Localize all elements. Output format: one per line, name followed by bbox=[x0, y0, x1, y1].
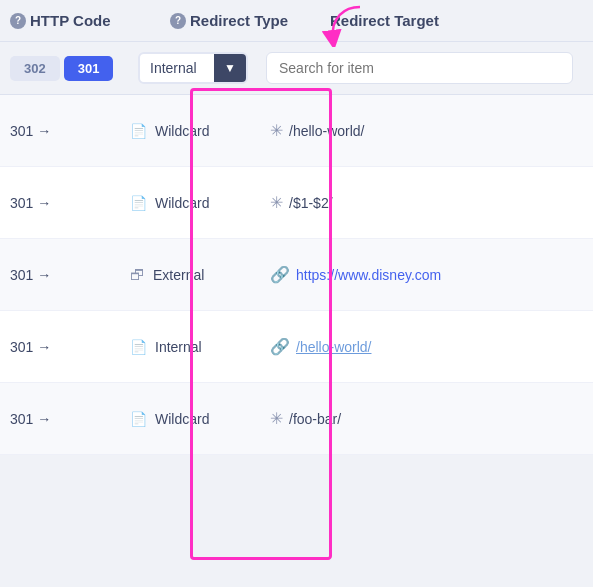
http-code-cell: 301→ bbox=[10, 411, 130, 427]
wildcard-target-icon: ✳ bbox=[270, 409, 283, 428]
filter-row: 302 301 Internal ▼ bbox=[0, 42, 593, 95]
target-url: /foo-bar/ bbox=[289, 411, 341, 427]
redirect-target-cell: ✳/foo-bar/ bbox=[270, 409, 573, 428]
http-code-value: 301 bbox=[10, 195, 33, 211]
external-icon: 🗗 bbox=[130, 266, 145, 283]
http-code-value: 301 bbox=[10, 339, 33, 355]
redirect-arrow-icon: → bbox=[37, 267, 51, 283]
table-row: 301→📄Internal🔗/hello-world/ bbox=[0, 311, 593, 383]
http-code-cell: 301→ bbox=[10, 195, 130, 211]
redirect-type-value: External bbox=[153, 267, 204, 283]
redirect-type-value: Internal bbox=[155, 339, 202, 355]
http-code-help-icon[interactable]: ? bbox=[10, 13, 26, 29]
redirect-type-cell: 🗗External bbox=[130, 266, 270, 283]
redirect-target-cell: ✳/hello-world/ bbox=[270, 121, 573, 140]
redirect-target-cell: 🔗/hello-world/ bbox=[270, 337, 573, 356]
redirect-type-value: Wildcard bbox=[155, 411, 209, 427]
btn-301[interactable]: 301 bbox=[64, 56, 114, 81]
target-url: /$1-$2/ bbox=[289, 195, 333, 211]
table-row: 301→📄Wildcard✳/foo-bar/ bbox=[0, 383, 593, 455]
doc-icon: 📄 bbox=[130, 339, 147, 355]
redirect-target-header: Redirect Target bbox=[330, 12, 573, 29]
external-target-icon: 🔗 bbox=[270, 265, 290, 284]
dropdown-button[interactable]: Internal ▼ bbox=[138, 52, 248, 84]
redirect-type-value: Wildcard bbox=[155, 195, 209, 211]
target-url[interactable]: https://www.disney.com bbox=[296, 267, 441, 283]
redirect-type-help-icon[interactable]: ? bbox=[170, 13, 186, 29]
table-row: 301→📄Wildcard✳/hello-world/ bbox=[0, 95, 593, 167]
redirect-type-cell: 📄Wildcard bbox=[130, 195, 270, 211]
target-url: /hello-world/ bbox=[289, 123, 364, 139]
doc-icon: 📄 bbox=[130, 411, 147, 427]
wildcard-target-icon: ✳ bbox=[270, 121, 283, 140]
redirect-type-value: Wildcard bbox=[155, 123, 209, 139]
redirect-arrow-icon: → bbox=[37, 123, 51, 139]
http-code-header: ? HTTP Code bbox=[10, 12, 170, 29]
redirect-target-cell: 🔗https://www.disney.com bbox=[270, 265, 573, 284]
search-input[interactable] bbox=[266, 52, 573, 84]
wildcard-target-icon: ✳ bbox=[270, 193, 283, 212]
redirect-type-dropdown[interactable]: Internal ▼ bbox=[138, 52, 258, 84]
redirect-type-header-label: Redirect Type bbox=[190, 12, 288, 29]
redirect-arrow-icon: → bbox=[37, 339, 51, 355]
http-code-header-label: HTTP Code bbox=[30, 12, 111, 29]
http-code-filter: 302 301 bbox=[10, 56, 130, 81]
redirect-target-header-label: Redirect Target bbox=[330, 12, 439, 29]
redirect-arrow-icon: → bbox=[37, 411, 51, 427]
target-url[interactable]: /hello-world/ bbox=[296, 339, 371, 355]
link-target-icon: 🔗 bbox=[270, 337, 290, 356]
search-wrapper bbox=[266, 52, 573, 84]
http-code-value: 301 bbox=[10, 411, 33, 427]
dropdown-selected-label: Internal bbox=[140, 54, 214, 82]
table-body: 301→📄Wildcard✳/hello-world/301→📄Wildcard… bbox=[0, 95, 593, 455]
http-code-cell: 301→ bbox=[10, 123, 130, 139]
dropdown-arrow-icon: ▼ bbox=[214, 54, 246, 82]
http-code-cell: 301→ bbox=[10, 339, 130, 355]
btn-302[interactable]: 302 bbox=[10, 56, 60, 81]
table-row: 301→📄Wildcard✳/$1-$2/ bbox=[0, 167, 593, 239]
doc-icon: 📄 bbox=[130, 123, 147, 139]
doc-icon: 📄 bbox=[130, 195, 147, 211]
redirect-arrow-icon: → bbox=[37, 195, 51, 211]
redirect-target-cell: ✳/$1-$2/ bbox=[270, 193, 573, 212]
redirect-type-cell: 📄Internal bbox=[130, 339, 270, 355]
table-header: ? HTTP Code ? Redirect Type Redirect Tar… bbox=[0, 0, 593, 42]
redirect-type-cell: 📄Wildcard bbox=[130, 123, 270, 139]
http-code-cell: 301→ bbox=[10, 267, 130, 283]
http-code-value: 301 bbox=[10, 123, 33, 139]
http-code-value: 301 bbox=[10, 267, 33, 283]
table-row: 301→🗗External🔗https://www.disney.com bbox=[0, 239, 593, 311]
redirect-type-header: ? Redirect Type bbox=[170, 12, 330, 29]
redirect-type-cell: 📄Wildcard bbox=[130, 411, 270, 427]
